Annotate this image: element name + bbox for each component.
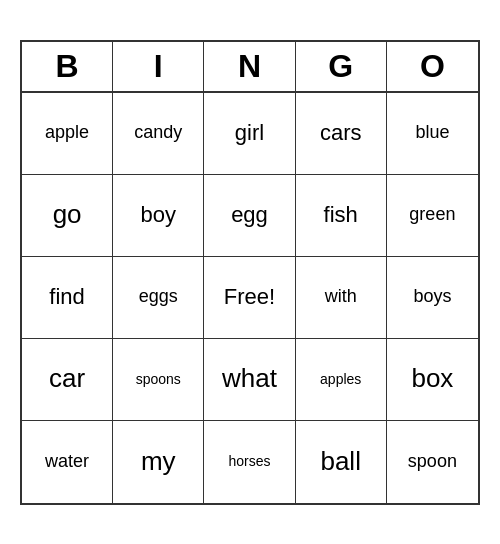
- cell-r4-c4: spoon: [387, 421, 478, 503]
- header-letter-O: O: [387, 42, 478, 91]
- cell-r1-c2: egg: [204, 175, 295, 257]
- cell-text-r1-c0: go: [53, 199, 82, 230]
- cell-r0-c0: apple: [22, 93, 113, 175]
- cell-r1-c4: green: [387, 175, 478, 257]
- cell-r0-c2: girl: [204, 93, 295, 175]
- cell-text-r0-c2: girl: [235, 120, 264, 146]
- cell-text-r3-c2: what: [222, 363, 277, 394]
- cell-text-r1-c4: green: [409, 204, 455, 226]
- cell-text-r1-c1: boy: [141, 202, 176, 228]
- cell-r2-c0: find: [22, 257, 113, 339]
- cell-text-r2-c4: boys: [413, 286, 451, 308]
- cell-text-r3-c0: car: [49, 363, 85, 394]
- cell-text-r4-c2: horses: [228, 453, 270, 470]
- cell-r0-c3: cars: [296, 93, 387, 175]
- header-letter-G: G: [296, 42, 387, 91]
- bingo-card: BINGO applecandygirlcarsbluegoboyeggfish…: [20, 40, 480, 505]
- cell-r4-c1: my: [113, 421, 204, 503]
- header-letter-I: I: [113, 42, 204, 91]
- cell-text-r4-c0: water: [45, 451, 89, 473]
- cell-text-r4-c3: ball: [320, 446, 360, 477]
- cell-text-r1-c3: fish: [324, 202, 358, 228]
- cell-text-r2-c2: Free!: [224, 284, 275, 310]
- cell-text-r2-c3: with: [325, 286, 357, 308]
- cell-r3-c1: spoons: [113, 339, 204, 421]
- cell-text-r0-c0: apple: [45, 122, 89, 144]
- header-letter-B: B: [22, 42, 113, 91]
- cell-text-r3-c3: apples: [320, 371, 361, 388]
- cell-r2-c4: boys: [387, 257, 478, 339]
- cell-r3-c2: what: [204, 339, 295, 421]
- bingo-grid: applecandygirlcarsbluegoboyeggfishgreenf…: [22, 93, 478, 503]
- cell-text-r4-c4: spoon: [408, 451, 457, 473]
- cell-r3-c3: apples: [296, 339, 387, 421]
- cell-r1-c3: fish: [296, 175, 387, 257]
- header-letter-N: N: [204, 42, 295, 91]
- cell-r0-c1: candy: [113, 93, 204, 175]
- cell-r1-c1: boy: [113, 175, 204, 257]
- cell-text-r2-c0: find: [49, 284, 84, 310]
- cell-r4-c0: water: [22, 421, 113, 503]
- bingo-header: BINGO: [22, 42, 478, 93]
- cell-text-r0-c4: blue: [415, 122, 449, 144]
- cell-text-r1-c2: egg: [231, 202, 268, 228]
- cell-r4-c3: ball: [296, 421, 387, 503]
- cell-r3-c4: box: [387, 339, 478, 421]
- cell-r2-c1: eggs: [113, 257, 204, 339]
- cell-r0-c4: blue: [387, 93, 478, 175]
- cell-text-r2-c1: eggs: [139, 286, 178, 308]
- cell-r4-c2: horses: [204, 421, 295, 503]
- cell-r2-c3: with: [296, 257, 387, 339]
- cell-text-r4-c1: my: [141, 446, 176, 477]
- cell-r3-c0: car: [22, 339, 113, 421]
- cell-text-r0-c3: cars: [320, 120, 362, 146]
- cell-text-r3-c4: box: [411, 363, 453, 394]
- cell-r1-c0: go: [22, 175, 113, 257]
- cell-r2-c2: Free!: [204, 257, 295, 339]
- cell-text-r3-c1: spoons: [136, 371, 181, 388]
- cell-text-r0-c1: candy: [134, 122, 182, 144]
